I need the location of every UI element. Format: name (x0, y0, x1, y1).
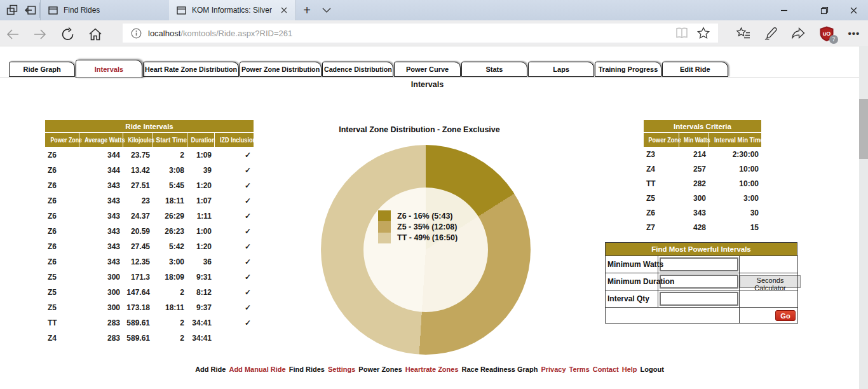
back-icon[interactable] (5, 27, 20, 42)
footer-link-help[interactable]: Help (622, 365, 637, 373)
table-title: Intervals Criteria (644, 120, 761, 132)
favorite-star-icon[interactable] (696, 26, 710, 40)
footer-link-settings[interactable]: Settings (328, 365, 355, 373)
web-note-pen-icon[interactable] (763, 27, 778, 41)
tab-training-progress[interactable]: Training Progress (595, 62, 661, 77)
hub-favorites-icon[interactable] (736, 27, 751, 41)
tab-label: Power Zone Distribution (241, 65, 320, 73)
cell: 2 (153, 285, 187, 299)
browser-tab-kom-informatics[interactable]: KOM Informatics: Silver (169, 0, 296, 20)
cell: Z6 (644, 206, 679, 220)
page-scrollbar-thumb[interactable] (859, 99, 868, 159)
cell: 257 (679, 162, 709, 176)
cell: 27.45 (123, 239, 153, 254)
tab-cadence-distribution[interactable]: Cadence Distribution (322, 62, 394, 77)
izd-inclusion-checkmark: ✓ (215, 224, 254, 238)
cell: 5:45 (153, 178, 187, 193)
reading-view-icon[interactable] (675, 26, 689, 40)
footer-link-privacy[interactable]: Privacy (541, 365, 566, 373)
close-tab-icon[interactable] (279, 5, 289, 15)
tabs-overview-icon[interactable] (6, 4, 18, 16)
footer-link-find-rides[interactable]: Find Rides (289, 365, 325, 373)
minimum-duration-label: Minimum Duration (606, 273, 658, 290)
svg-text:uO: uO (823, 31, 831, 37)
cell: TT (644, 177, 679, 191)
footer-link-add-manual-ride[interactable]: Add Manual Ride (229, 365, 285, 373)
cell: Z6 (45, 163, 79, 177)
restore-button[interactable] (810, 0, 839, 20)
more-options-icon[interactable]: ••• (846, 27, 862, 41)
footer-link-terms[interactable]: Terms (569, 365, 590, 373)
minimize-button[interactable] (770, 0, 798, 20)
table-row: Z634423.7521:09✓ (45, 147, 254, 162)
footer-link-contact[interactable]: Contact (593, 365, 619, 373)
forward-icon[interactable] (32, 27, 48, 42)
footer-link-race-readiness-graph[interactable]: Race Readiness Graph (462, 365, 538, 373)
cell: 589.61 (123, 331, 153, 345)
tab-title: Find Rides (64, 6, 100, 15)
izd-inclusion-checkmark: ✓ (215, 193, 254, 208)
table-row: TT283589.61234:41✓ (45, 315, 254, 330)
cell: Z5 (45, 270, 79, 284)
tab-edit-ride[interactable]: Edit Ride (662, 62, 728, 77)
legend-label: Z6 - 16% (5:43) (397, 212, 453, 221)
interval-qty-input[interactable] (660, 292, 738, 306)
cell: 343 (79, 254, 123, 269)
cell: 8:12 (187, 285, 214, 299)
footer-link-heartrate-zones[interactable]: Heartrate Zones (405, 365, 459, 373)
refresh-icon[interactable] (60, 27, 76, 42)
table-row: Z425710:00 (644, 162, 761, 176)
ublock-extension-icon[interactable]: uO 7 (818, 25, 835, 42)
cell: 18:09 (153, 270, 187, 284)
cell: 1:07 (187, 193, 214, 208)
column-header: Min Watts (679, 133, 709, 147)
cell: 283 (79, 315, 123, 330)
minimum-watts-input[interactable] (660, 257, 738, 271)
cell: 26:23 (153, 224, 187, 238)
set-tabs-aside-icon[interactable] (25, 4, 36, 16)
footer-link-power-zones[interactable]: Power Zones (358, 365, 402, 373)
close-window-button[interactable] (839, 0, 868, 20)
cell: 1:11 (187, 208, 214, 223)
legend-swatch (378, 210, 391, 221)
column-header: Duration (187, 133, 214, 147)
tab-preview-chevron-icon[interactable] (320, 5, 334, 15)
tab-power-zone-distribution[interactable]: Power Zone Distribution (240, 62, 322, 77)
cell: 10:00 (709, 162, 761, 176)
table-row: Z634324.3726:291:11✓ (45, 208, 254, 223)
footer-link-logout[interactable]: Logout (641, 365, 664, 373)
site-info-icon[interactable] (131, 28, 142, 39)
table-row: Z634312.353:0036✓ (45, 254, 254, 269)
table-row: Z634330 (644, 206, 761, 220)
go-button[interactable]: Go (775, 310, 796, 321)
tab-ride-graph[interactable]: Ride Graph (9, 62, 75, 77)
page-scrollbar-track[interactable] (859, 46, 868, 389)
tab-stats[interactable]: Stats (461, 62, 527, 77)
share-icon[interactable] (790, 27, 806, 41)
footer-link-add-ride[interactable]: Add Ride (195, 365, 226, 373)
table-row: Z53003:00 (644, 191, 761, 205)
home-icon[interactable] (88, 27, 103, 42)
cell: 2 (153, 147, 187, 162)
tab-intervals[interactable]: Intervals (76, 60, 142, 78)
cell: TT (45, 315, 79, 330)
find-intervals-form: Find Most Powerful Intervals Minimum Wat… (605, 242, 797, 324)
izd-inclusion-checkmark: ✓ (215, 163, 254, 177)
cell: 10:00 (709, 177, 761, 191)
address-bar[interactable]: localhost/komtools/Ride.aspx?RID=261 (123, 24, 718, 43)
browser-tab-find-rides[interactable]: Find Rides (40, 0, 170, 20)
cell: 36 (187, 254, 214, 269)
cell: 343 (79, 178, 123, 193)
tab-label: Stats (485, 65, 503, 73)
cell: Z6 (45, 178, 79, 193)
new-tab-button[interactable]: + (297, 2, 317, 18)
tab-power-curve[interactable]: Power Curve (394, 62, 460, 77)
tab-heart-rate-zone-distribution[interactable]: Heart Rate Zone Distribution (143, 62, 239, 77)
donut-hole (363, 188, 488, 312)
cell: 300 (679, 191, 709, 205)
cell: 300 (79, 285, 123, 299)
tab-laps[interactable]: Laps (528, 62, 594, 77)
izd-inclusion-checkmark: ✓ (215, 147, 254, 162)
interval-qty-label: Interval Qty (606, 290, 658, 308)
seconds-calculator-button[interactable]: Seconds Calculator (740, 275, 801, 288)
